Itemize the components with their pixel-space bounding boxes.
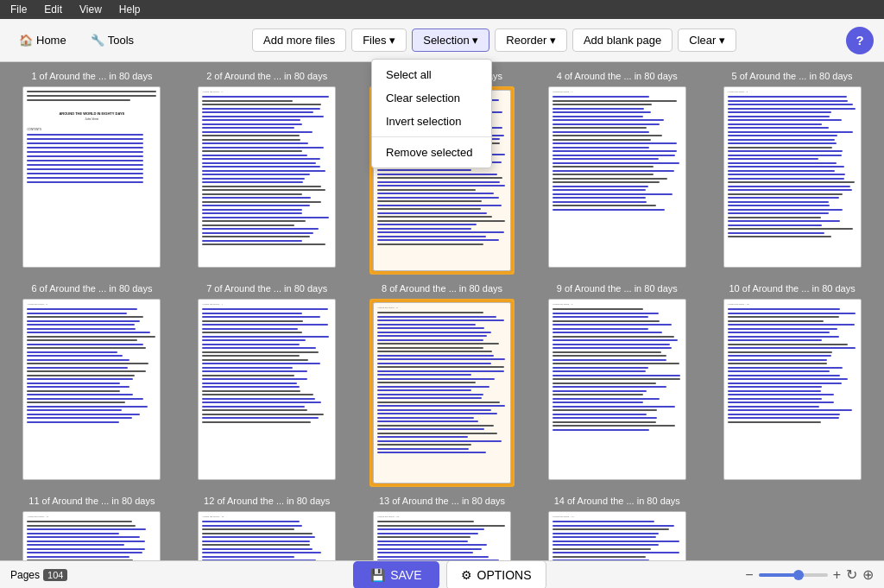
tools-icon: 🔧 (91, 34, 104, 47)
page-label: 13 of Around the ... in 80 days (379, 496, 505, 506)
page-item: 14 of Around the ... in 80 days Around t… (534, 496, 700, 560)
clear-button[interactable]: Clear ▾ (678, 28, 736, 52)
save-label: SAVE (390, 568, 421, 582)
page-thumbnail[interactable]: Around the World... 13 (373, 511, 511, 560)
page-content: Around the World... 6 (23, 300, 160, 428)
page-label: 2 of Around the ... in 80 days (206, 71, 327, 81)
page-thumbnail[interactable]: Around the World... 6 (22, 299, 161, 480)
page-item: 8 of Around the ... in 80 days Around th… (359, 283, 526, 487)
page-thumbnail[interactable]: Around the World... 4 (548, 86, 686, 268)
page-item: 12 of Around the ... in 80 days Around t… (184, 496, 350, 560)
toolbar-left: 🏠 Home 🔧 Tools (10, 29, 142, 51)
page-content: Around the World... 5 (724, 87, 861, 243)
page-label: 11 of Around the ... in 80 days (28, 496, 155, 506)
page-thumbnail[interactable]: Around the World... 7 (198, 299, 336, 480)
tools-button[interactable]: 🔧 Tools (82, 29, 142, 51)
page-thumbnail[interactable]: Around the World... 5 (723, 86, 862, 268)
add-blank-page-button[interactable]: Add blank page (572, 28, 672, 52)
clear-chevron-icon: ▾ (719, 34, 725, 47)
reorder-chevron-icon: ▾ (550, 34, 556, 47)
zoom-out-button[interactable]: − (745, 567, 753, 583)
page-thumbnail[interactable]: Around the World... 12 (198, 511, 336, 560)
menu-help[interactable]: Help (116, 2, 144, 17)
options-button[interactable]: ⚙ OPTIONS (446, 560, 546, 589)
page-item: 6 of Around the ... in 80 days Around th… (9, 283, 175, 487)
files-chevron-icon: ▾ (389, 34, 395, 47)
pages-count-badge: 104 (43, 569, 67, 581)
dropdown-divider (372, 136, 491, 137)
help-button[interactable]: ? (846, 27, 874, 54)
page-thumbnail[interactable]: Around the World... 9 (548, 299, 686, 480)
page-content: Around the World... 9 (549, 300, 685, 436)
page-label: 7 of Around the ... in 80 days (206, 283, 327, 294)
page-content: AROUND THE WORLD IN EIGHTY DAYS Jules Ve… (23, 87, 160, 189)
invert-selection-item[interactable]: Invert selection (372, 110, 491, 133)
page-item: 10 of Around the ... in 80 days Around t… (709, 283, 875, 487)
page-thumbnail[interactable]: Around the World... 11 (22, 511, 161, 560)
selection-chevron-icon: ▾ (472, 34, 478, 47)
page-thumbnail[interactable]: Around the World... 8 (373, 302, 511, 484)
home-button[interactable]: 🏠 Home (10, 29, 75, 51)
page-content: Around the World... 7 (199, 300, 335, 428)
menu-file[interactable]: File (7, 2, 30, 17)
page-label: 14 of Around the ... in 80 days (554, 496, 680, 506)
page-item: 11 of Around the ... in 80 days Around t… (9, 496, 175, 560)
home-label: Home (36, 34, 66, 47)
zoom-slider[interactable] (759, 573, 828, 577)
page-item: 5 of Around the ... in 80 days Around th… (709, 71, 875, 275)
reorder-label: Reorder (506, 34, 546, 47)
clear-label: Clear (689, 34, 716, 47)
page-thumbnail[interactable]: Around the World... 10 (723, 299, 862, 480)
toolbar-center: Add more files Files ▾ Selection ▾ Reord… (149, 28, 839, 52)
page-item: 2 of Around the ... in 80 days Around th… (184, 71, 350, 275)
files-label: Files (363, 34, 386, 47)
zoom-in-button[interactable]: + (833, 567, 841, 583)
home-icon: 🏠 (19, 34, 33, 47)
menu-view[interactable]: View (76, 2, 105, 17)
page-content: Around the World... 11 (23, 512, 160, 560)
menubar: File Edit View Help (0, 0, 884, 19)
selection-label: Selection (423, 34, 469, 47)
add-circle-button[interactable]: ⊕ (862, 566, 874, 583)
page-label: 9 of Around the ... in 80 days (557, 283, 678, 294)
pages-label: Pages (10, 569, 40, 581)
action-buttons: 💾 SAVE ⚙ OPTIONS (353, 560, 546, 589)
page-content: Around the World... 4 (549, 87, 685, 216)
save-button[interactable]: 💾 SAVE (353, 561, 439, 589)
refresh-button[interactable]: ↻ (846, 566, 857, 583)
page-thumbnail[interactable]: Around the World... 14 (548, 511, 686, 560)
selection-dropdown: Select all Clear selection Invert select… (371, 59, 492, 168)
bottombar: Pages 104 💾 SAVE ⚙ OPTIONS − + ↻ ⊕ (0, 560, 884, 588)
page-content: Around the World... 10 (724, 300, 861, 428)
pages-info: Pages 104 (10, 569, 67, 581)
selection-button[interactable]: Selection ▾ (412, 28, 489, 52)
page-thumbnail[interactable]: Around the World... 2 (198, 86, 336, 268)
page-content: Around the World... 13 (374, 512, 510, 560)
page-thumbnail[interactable]: AROUND THE WORLD IN EIGHTY DAYS Jules Ve… (22, 86, 161, 268)
page-item: 13 of Around the ... in 80 days Around t… (359, 496, 526, 560)
files-button[interactable]: Files ▾ (351, 28, 407, 52)
clear-selection-item[interactable]: Clear selection (372, 86, 491, 110)
page-label: 6 of Around the ... in 80 days (31, 283, 152, 294)
page-content: Around the World... 8 (374, 303, 510, 459)
zoom-controls: − + ↻ ⊕ (745, 566, 874, 583)
page-label: 8 of Around the ... in 80 days (382, 283, 502, 294)
page-label: 10 of Around the ... in 80 days (729, 283, 856, 294)
page-item: 7 of Around the ... in 80 days Around th… (184, 283, 350, 487)
add-more-files-button[interactable]: Add more files (252, 28, 346, 52)
select-all-item[interactable]: Select all (372, 63, 491, 86)
page-content: Around the World... 2 (199, 87, 335, 251)
page-label: 12 of Around the ... in 80 days (204, 496, 330, 506)
selected-page-wrapper[interactable]: Around the World... 8 (369, 299, 515, 487)
page-item: 9 of Around the ... in 80 days Around th… (534, 283, 700, 487)
menu-edit[interactable]: Edit (41, 2, 66, 17)
page-item: 1 of Around the ... in 80 days AROUND TH… (9, 71, 175, 275)
remove-selected-item[interactable]: Remove selected (372, 141, 491, 164)
page-label: 1 of Around the ... in 80 days (31, 71, 152, 81)
page-content: Around the World... 12 (199, 512, 335, 560)
reorder-button[interactable]: Reorder ▾ (495, 28, 567, 52)
options-icon: ⚙ (461, 568, 472, 582)
page-content: Around the World... 14 (549, 512, 685, 560)
page-label: 4 of Around the ... in 80 days (557, 71, 678, 81)
toolbar-right: ? (846, 27, 874, 54)
